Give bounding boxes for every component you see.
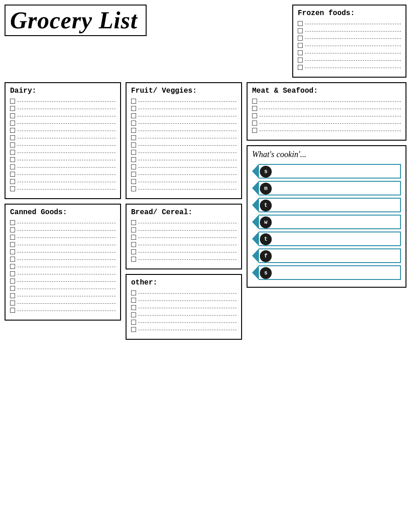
checkbox[interactable]	[10, 257, 15, 262]
checkbox[interactable]	[10, 271, 15, 276]
checkbox[interactable]	[131, 113, 136, 118]
checkbox[interactable]	[131, 257, 136, 262]
checkbox[interactable]	[131, 135, 136, 140]
checkbox[interactable]	[131, 99, 136, 104]
checkbox[interactable]	[10, 113, 15, 118]
list-item	[131, 257, 237, 262]
checkbox[interactable]	[252, 99, 257, 104]
day-badge-f: f	[260, 250, 272, 262]
checkbox[interactable]	[10, 157, 15, 162]
checkbox[interactable]	[298, 28, 303, 33]
checkbox[interactable]	[131, 157, 136, 162]
checkbox[interactable]	[298, 50, 303, 55]
checkbox[interactable]	[10, 279, 15, 284]
list-item	[131, 128, 237, 133]
list-item	[10, 121, 116, 126]
checkbox[interactable]	[131, 220, 136, 225]
checkbox[interactable]	[10, 99, 15, 104]
other-section: other:	[126, 274, 242, 340]
list-item	[10, 135, 116, 140]
checkbox[interactable]	[131, 242, 136, 247]
cookin-section: What's cookin'... s m	[247, 145, 406, 288]
checkbox[interactable]	[131, 249, 136, 254]
checkbox[interactable]	[10, 172, 15, 177]
checkbox[interactable]	[10, 128, 15, 133]
checkbox[interactable]	[131, 106, 136, 111]
checkbox[interactable]	[10, 135, 15, 140]
checkbox[interactable]	[131, 298, 136, 303]
day-badge-s1: s	[260, 166, 272, 178]
checkbox[interactable]	[10, 106, 15, 111]
list-item	[131, 150, 237, 155]
line	[17, 311, 116, 311]
other-title: other:	[131, 279, 237, 287]
line	[17, 101, 116, 102]
checkbox[interactable]	[131, 128, 136, 133]
line	[138, 223, 237, 223]
day-row-f: f	[252, 248, 401, 263]
line	[138, 315, 237, 316]
checkbox[interactable]	[10, 121, 15, 126]
day-row-s2: s	[252, 265, 401, 280]
checkbox[interactable]	[298, 36, 303, 41]
list-item	[10, 264, 116, 269]
checkbox[interactable]	[10, 227, 15, 232]
checkbox[interactable]	[10, 142, 15, 147]
checkbox[interactable]	[252, 121, 257, 126]
checkbox[interactable]	[10, 293, 15, 298]
line	[138, 189, 237, 190]
dairy-section: Dairy:	[5, 82, 121, 199]
checkbox[interactable]	[10, 249, 15, 254]
checkbox[interactable]	[10, 300, 15, 306]
day-badge-t1: t	[260, 200, 272, 211]
checkbox[interactable]	[298, 58, 303, 63]
checkbox[interactable]	[252, 113, 257, 118]
list-item	[131, 235, 237, 240]
checkbox[interactable]	[131, 290, 136, 295]
meat-seafood-section: Meat & Seafood:	[247, 82, 406, 141]
canned-goods-title: Canned Goods:	[10, 208, 116, 216]
checkbox[interactable]	[10, 264, 15, 269]
checkbox[interactable]	[10, 220, 15, 225]
checkbox[interactable]	[131, 320, 136, 325]
checkbox[interactable]	[10, 164, 15, 169]
checkbox[interactable]	[252, 106, 257, 111]
checkbox[interactable]	[131, 172, 136, 177]
checkbox[interactable]	[131, 150, 136, 155]
line	[138, 123, 237, 124]
list-item	[10, 99, 116, 104]
line	[17, 109, 116, 109]
checkbox[interactable]	[10, 179, 15, 184]
list-item	[10, 220, 116, 225]
list-item	[131, 164, 237, 169]
checkbox[interactable]	[10, 242, 15, 247]
checkbox[interactable]	[131, 227, 136, 232]
checkbox[interactable]	[131, 186, 136, 191]
checkbox[interactable]	[131, 142, 136, 147]
line	[17, 223, 116, 223]
line	[259, 109, 401, 109]
checkbox[interactable]	[131, 179, 136, 184]
checkbox[interactable]	[10, 235, 15, 240]
list-item	[131, 220, 237, 225]
checkbox[interactable]	[131, 235, 136, 240]
checkbox[interactable]	[131, 164, 136, 169]
checkbox[interactable]	[131, 121, 136, 126]
frozen-foods-title: Frozen foods:	[298, 9, 401, 17]
checkbox[interactable]	[131, 312, 136, 317]
checkbox[interactable]	[252, 128, 257, 133]
list-item	[131, 312, 237, 317]
line	[138, 153, 237, 153]
checkbox[interactable]	[298, 21, 303, 26]
list-item	[10, 242, 116, 247]
checkbox[interactable]	[298, 65, 303, 70]
line	[138, 293, 237, 294]
checkbox[interactable]	[10, 286, 15, 291]
checkbox[interactable]	[10, 150, 15, 155]
checkbox[interactable]	[10, 186, 15, 191]
line	[17, 153, 116, 153]
checkbox[interactable]	[131, 327, 136, 332]
checkbox[interactable]	[10, 308, 15, 313]
checkbox[interactable]	[298, 43, 303, 48]
checkbox[interactable]	[131, 305, 136, 310]
